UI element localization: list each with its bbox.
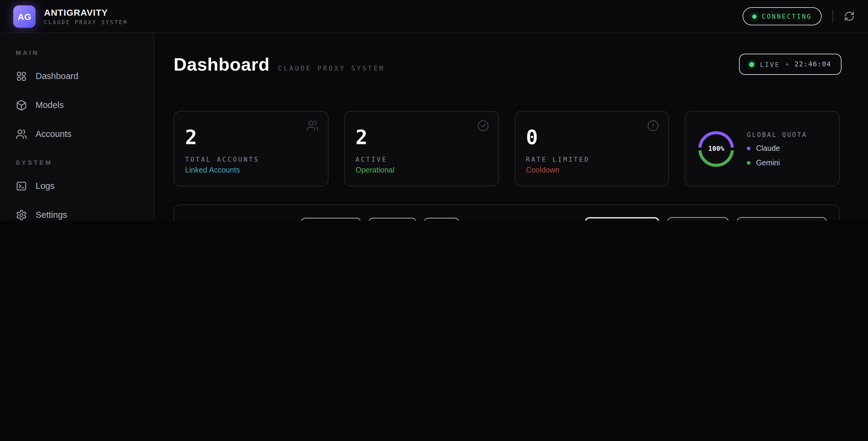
- sidebar-item-label: Dashboard: [36, 71, 79, 81]
- live-status-badge: LIVE 22:46:04: [739, 54, 841, 75]
- live-label: LIVE: [760, 61, 780, 68]
- model-button[interactable]: Model: [668, 217, 729, 220]
- sidebar-item-label: Settings: [36, 210, 67, 219]
- filter-button[interactable]: Filter (3/3): [737, 217, 827, 220]
- sidebar-section-system: SYSTEM: [0, 159, 154, 167]
- logo-text: AG: [18, 11, 31, 22]
- quota-percent: 100%: [696, 129, 736, 169]
- title-group: Dashboard CLAUDE PROXY SYSTEM: [174, 54, 385, 75]
- sidebar-item-models[interactable]: Models: [7, 93, 147, 116]
- sidebar-item-accounts[interactable]: Accounts: [7, 122, 147, 145]
- app-title: ANTIGRAVITY: [44, 7, 128, 17]
- request-volume-panel: REQUEST VOLUME Total: 1390 Today: 0 1H: …: [174, 205, 840, 220]
- check-circle-icon: [476, 119, 489, 135]
- sidebar: MAIN Dashboard Models: [0, 33, 154, 220]
- nav-group-main: Dashboard Models Accounts: [0, 64, 154, 145]
- stat-value: 2: [185, 127, 317, 148]
- refresh-button[interactable]: [844, 11, 855, 22]
- nav-group-system: Logs Settings: [0, 174, 154, 220]
- alert-circle-icon: [647, 119, 660, 135]
- app-window: AG ANTIGRAVITY CLAUDE PROXY SYSTEM CONNE…: [0, 0, 868, 220]
- sidebar-item-dashboard[interactable]: Dashboard: [7, 64, 147, 87]
- grid-icon: [16, 70, 27, 82]
- topbar-right: CONNECTING: [743, 7, 855, 25]
- chart-controls: All Time Model: [585, 217, 827, 220]
- hour-badge: 1H: 0: [424, 217, 459, 220]
- panel-header: REQUEST VOLUME Total: 1390 Today: 0 1H: …: [187, 217, 827, 220]
- refresh-icon: [844, 11, 855, 22]
- quota-item-name: Gemini: [756, 158, 780, 167]
- stat-sublabel: Linked Accounts: [185, 166, 317, 174]
- users-icon: [16, 128, 27, 140]
- quota-row-gemini: Gemini: [747, 158, 807, 167]
- app-logo: AG: [13, 5, 36, 27]
- spacer: [0, 145, 154, 159]
- quota-legend: GLOBAL QUOTA Claude Gemini: [747, 130, 807, 167]
- sidebar-item-settings[interactable]: Settings: [7, 203, 147, 220]
- sidebar-item-logs[interactable]: Logs: [7, 174, 147, 197]
- page-title: Dashboard: [174, 54, 270, 75]
- stat-cards-row: 2 TOTAL ACCOUNTS Linked Accounts 2 ACTIV…: [174, 111, 840, 186]
- gemini-dot-icon: [747, 161, 751, 165]
- card-rate-limited: 0 RATE LIMITED Cooldown: [515, 111, 670, 186]
- brand: ANTIGRAVITY CLAUDE PROXY SYSTEM: [44, 7, 128, 25]
- sidebar-section-main: MAIN: [0, 49, 154, 57]
- quota-title: GLOBAL QUOTA: [747, 130, 807, 138]
- terminal-icon: [16, 180, 27, 192]
- stat-value: 0: [526, 127, 658, 148]
- clock-value: 22:46:04: [795, 60, 831, 68]
- sidebar-item-label: Accounts: [36, 129, 71, 139]
- quota-ring: 100%: [696, 129, 736, 169]
- quota-row-claude: Claude: [747, 144, 807, 152]
- time-range-button[interactable]: All Time: [585, 217, 660, 220]
- users-icon: [306, 119, 319, 135]
- gear-icon: [16, 209, 27, 220]
- stat-sublabel: Operational: [355, 166, 488, 174]
- stat-label: ACTIVE: [355, 156, 488, 163]
- main-content: Dashboard CLAUDE PROXY SYSTEM LIVE 22:46…: [154, 33, 868, 220]
- divider: [832, 10, 833, 23]
- separator-dot-icon: [786, 63, 788, 65]
- stat-label: RATE LIMITED: [526, 156, 658, 163]
- app-subtitle: CLAUDE PROXY SYSTEM: [44, 19, 128, 25]
- total-badge: Total: 1390: [301, 217, 361, 220]
- stat-label: TOTAL ACCOUNTS: [185, 156, 317, 163]
- card-active: 2 ACTIVE Operational: [344, 111, 499, 186]
- sidebar-item-label: Logs: [36, 181, 55, 190]
- status-dot-icon: [752, 14, 756, 19]
- stat-badges: Total: 1390 Today: 0 1H: 0: [301, 217, 459, 220]
- connection-status-label: CONNECTING: [762, 13, 812, 20]
- cube-icon: [16, 99, 27, 111]
- quota-item-name: Claude: [756, 144, 780, 152]
- live-dot-icon: [749, 62, 754, 67]
- top-bar: AG ANTIGRAVITY CLAUDE PROXY SYSTEM CONNE…: [0, 0, 868, 33]
- stat-sublabel: Cooldown: [526, 166, 658, 174]
- today-badge: Today: 0: [369, 217, 416, 220]
- card-total-accounts: 2 TOTAL ACCOUNTS Linked Accounts: [174, 111, 329, 186]
- claude-dot-icon: [747, 146, 751, 150]
- connection-status-badge: CONNECTING: [743, 7, 822, 25]
- sidebar-item-label: Models: [36, 100, 64, 110]
- card-global-quota: 100% GLOBAL QUOTA Claude Gemini: [685, 111, 840, 186]
- page-subtitle: CLAUDE PROXY SYSTEM: [278, 64, 385, 71]
- stat-value: 2: [355, 127, 488, 148]
- page-header: Dashboard CLAUDE PROXY SYSTEM LIVE 22:46…: [174, 54, 841, 75]
